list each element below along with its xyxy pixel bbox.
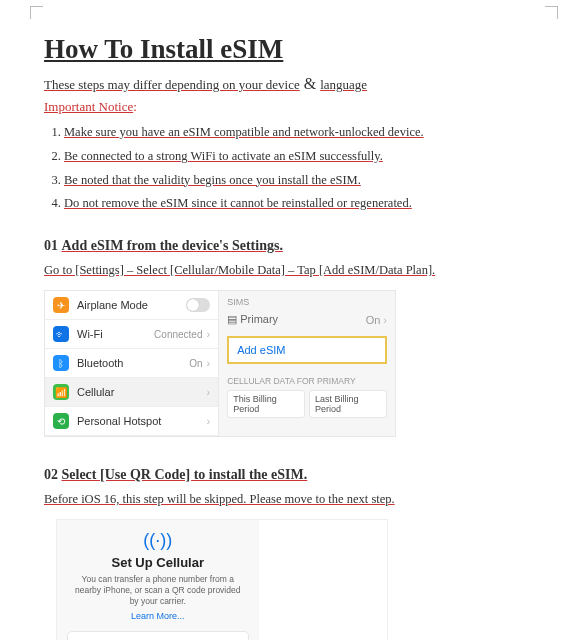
row-bluetooth: ᛒ Bluetooth On › [45,349,218,378]
row-airplane: ✈ Airplane Mode [45,291,218,320]
chevron-right-icon: › [206,386,210,398]
chevron-right-icon: › [206,328,210,340]
airplane-toggle [186,298,210,312]
intro-line: These steps may differ depending on your… [44,75,544,93]
chevron-right-icon: › [383,314,387,326]
row-hotspot: ⟲ Personal Hotspot › [45,407,218,436]
row-cellular: 📶 Cellular › [45,378,218,407]
add-esim-button: Add eSIM [227,336,387,364]
setup-cellular-screenshot: ((·)) Set Up Cellular You can transfer a… [56,519,388,640]
wifi-icon: ᯤ [53,326,69,342]
primary-label: Primary [240,313,278,325]
step1-num: 01 [44,238,58,253]
opt-transfer: ▯ Transfer From Nearby iPhone › [67,631,249,640]
antenna-icon: ((·)) [67,530,249,551]
wifi-value: Connected [154,329,202,340]
primary-on: On [366,314,381,326]
wifi-label: Wi-Fi [77,328,154,340]
step2-num: 02 [44,467,58,482]
hotspot-label: Personal Hotspot [77,415,202,427]
pill-this-period: This Billing Period [227,390,305,418]
chevron-right-icon: › [206,415,210,427]
airplane-icon: ✈ [53,297,69,313]
step2-head: 02 Select [Use QR Code] to install the e… [44,467,544,483]
primary-row: ▤ Primary On› [227,309,387,336]
row-wifi: ᯤ Wi-Fi Connected › [45,320,218,349]
important-item-3: Be noted that the validity begins once y… [64,169,544,193]
chevron-right-icon: › [206,357,210,369]
cellular-icon: 📶 [53,384,69,400]
intro-amp: & [300,75,320,92]
pill-last-period: Last Billing Period [309,390,387,418]
intro-b: language [320,77,367,92]
bluetooth-icon: ᛒ [53,355,69,371]
important-item-1: Make sure you have an eSIM compatible an… [64,121,544,145]
intro-a: These steps may differ depending on your… [44,77,300,92]
airplane-label: Airplane Mode [77,299,186,311]
cellular-label: Cellular [77,386,202,398]
step2-title: Select [Use QR Code] to install the eSIM… [62,467,308,482]
learn-more-link: Learn More... [67,611,249,621]
bluetooth-label: Bluetooth [77,357,189,369]
setup-cellular-desc: You can transfer a phone number from a n… [67,574,249,607]
sims-header: SIMs [227,297,387,307]
important-list: Make sure you have an eSIM compatible an… [44,121,544,216]
important-item-2: Be connected to a strong WiFi to activat… [64,145,544,169]
step1-head: 01 Add eSIM from the device's Settings. [44,238,544,254]
settings-screenshot: ✈ Airplane Mode ᯤ Wi-Fi Connected › ᛒ Bl… [44,290,396,437]
setup-cellular-title: Set Up Cellular [67,555,249,570]
cellular-data-header: CELLULAR DATA FOR PRIMARY [227,376,387,386]
page-title: How To Install eSIM [44,34,544,65]
step1-title: Add eSIM from the device's Settings. [62,238,283,253]
bluetooth-value: On [189,358,202,369]
step2-sub: Before iOS 16, this step will be skipped… [44,492,395,507]
important-item-4: Do not remove the eSIM since it cannot b… [64,192,544,216]
step1-sub: Go to [Settings] – Select [Cellular/Mobi… [44,263,435,278]
notice-colon: : [133,99,137,114]
important-notice-label: Important Notice [44,99,133,115]
hotspot-icon: ⟲ [53,413,69,429]
